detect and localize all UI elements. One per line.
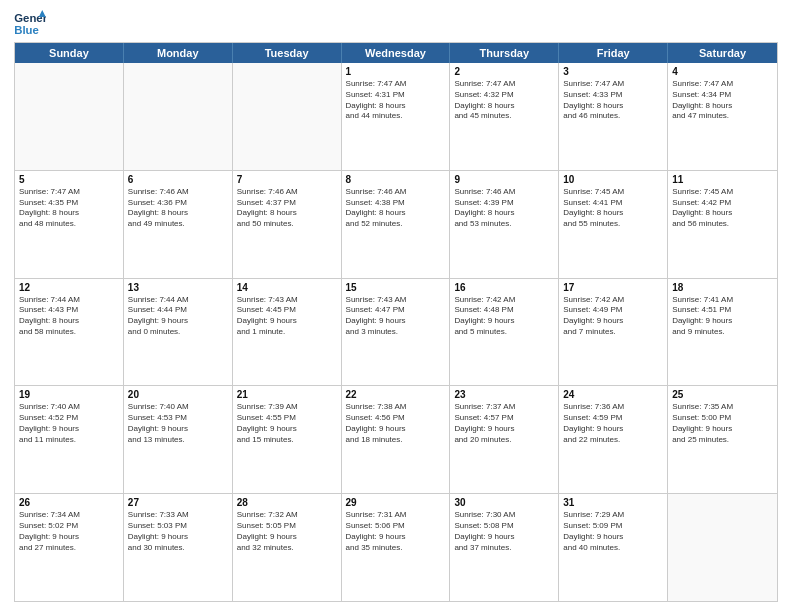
calendar-cell-4-1: 19Sunrise: 7:40 AMSunset: 4:52 PMDayligh… — [15, 386, 124, 493]
day-number: 24 — [563, 389, 663, 400]
cell-info: Sunrise: 7:46 AMSunset: 4:37 PMDaylight:… — [237, 187, 337, 230]
calendar-cell-1-7: 4Sunrise: 7:47 AMSunset: 4:34 PMDaylight… — [668, 63, 777, 170]
calendar-cell-2-1: 5Sunrise: 7:47 AMSunset: 4:35 PMDaylight… — [15, 171, 124, 278]
calendar-row-5: 26Sunrise: 7:34 AMSunset: 5:02 PMDayligh… — [15, 494, 777, 601]
day-number: 7 — [237, 174, 337, 185]
day-number: 11 — [672, 174, 773, 185]
day-number: 4 — [672, 66, 773, 77]
cell-info: Sunrise: 7:40 AMSunset: 4:52 PMDaylight:… — [19, 402, 119, 445]
header-day-sunday: Sunday — [15, 43, 124, 63]
cell-info: Sunrise: 7:45 AMSunset: 4:41 PMDaylight:… — [563, 187, 663, 230]
cell-info: Sunrise: 7:47 AMSunset: 4:31 PMDaylight:… — [346, 79, 446, 122]
cell-info: Sunrise: 7:46 AMSunset: 4:38 PMDaylight:… — [346, 187, 446, 230]
calendar-cell-5-6: 31Sunrise: 7:29 AMSunset: 5:09 PMDayligh… — [559, 494, 668, 601]
calendar-cell-1-6: 3Sunrise: 7:47 AMSunset: 4:33 PMDaylight… — [559, 63, 668, 170]
calendar-cell-1-3 — [233, 63, 342, 170]
calendar-body: 1Sunrise: 7:47 AMSunset: 4:31 PMDaylight… — [15, 63, 777, 601]
cell-info: Sunrise: 7:40 AMSunset: 4:53 PMDaylight:… — [128, 402, 228, 445]
calendar-cell-1-2 — [124, 63, 233, 170]
calendar-row-2: 5Sunrise: 7:47 AMSunset: 4:35 PMDaylight… — [15, 171, 777, 279]
day-number: 19 — [19, 389, 119, 400]
calendar-cell-5-5: 30Sunrise: 7:30 AMSunset: 5:08 PMDayligh… — [450, 494, 559, 601]
cell-info: Sunrise: 7:31 AMSunset: 5:06 PMDaylight:… — [346, 510, 446, 553]
day-number: 10 — [563, 174, 663, 185]
cell-info: Sunrise: 7:29 AMSunset: 5:09 PMDaylight:… — [563, 510, 663, 553]
header-day-thursday: Thursday — [450, 43, 559, 63]
calendar-cell-3-3: 14Sunrise: 7:43 AMSunset: 4:45 PMDayligh… — [233, 279, 342, 386]
calendar-cell-4-4: 22Sunrise: 7:38 AMSunset: 4:56 PMDayligh… — [342, 386, 451, 493]
calendar-cell-3-7: 18Sunrise: 7:41 AMSunset: 4:51 PMDayligh… — [668, 279, 777, 386]
calendar-cell-1-4: 1Sunrise: 7:47 AMSunset: 4:31 PMDaylight… — [342, 63, 451, 170]
day-number: 29 — [346, 497, 446, 508]
header: General Blue — [14, 10, 778, 38]
cell-info: Sunrise: 7:44 AMSunset: 4:43 PMDaylight:… — [19, 295, 119, 338]
calendar-cell-2-7: 11Sunrise: 7:45 AMSunset: 4:42 PMDayligh… — [668, 171, 777, 278]
day-number: 16 — [454, 282, 554, 293]
day-number: 9 — [454, 174, 554, 185]
cell-info: Sunrise: 7:43 AMSunset: 4:45 PMDaylight:… — [237, 295, 337, 338]
cell-info: Sunrise: 7:33 AMSunset: 5:03 PMDaylight:… — [128, 510, 228, 553]
day-number: 30 — [454, 497, 554, 508]
calendar-cell-3-2: 13Sunrise: 7:44 AMSunset: 4:44 PMDayligh… — [124, 279, 233, 386]
calendar-cell-4-6: 24Sunrise: 7:36 AMSunset: 4:59 PMDayligh… — [559, 386, 668, 493]
day-number: 14 — [237, 282, 337, 293]
calendar-cell-2-3: 7Sunrise: 7:46 AMSunset: 4:37 PMDaylight… — [233, 171, 342, 278]
day-number: 26 — [19, 497, 119, 508]
svg-text:Blue: Blue — [14, 24, 39, 36]
cell-info: Sunrise: 7:36 AMSunset: 4:59 PMDaylight:… — [563, 402, 663, 445]
calendar: SundayMondayTuesdayWednesdayThursdayFrid… — [14, 42, 778, 602]
cell-info: Sunrise: 7:47 AMSunset: 4:33 PMDaylight:… — [563, 79, 663, 122]
calendar-cell-3-4: 15Sunrise: 7:43 AMSunset: 4:47 PMDayligh… — [342, 279, 451, 386]
day-number: 21 — [237, 389, 337, 400]
calendar-cell-5-1: 26Sunrise: 7:34 AMSunset: 5:02 PMDayligh… — [15, 494, 124, 601]
header-day-monday: Monday — [124, 43, 233, 63]
cell-info: Sunrise: 7:37 AMSunset: 4:57 PMDaylight:… — [454, 402, 554, 445]
day-number: 15 — [346, 282, 446, 293]
cell-info: Sunrise: 7:38 AMSunset: 4:56 PMDaylight:… — [346, 402, 446, 445]
day-number: 8 — [346, 174, 446, 185]
day-number: 27 — [128, 497, 228, 508]
logo: General Blue — [14, 10, 46, 38]
day-number: 28 — [237, 497, 337, 508]
calendar-row-4: 19Sunrise: 7:40 AMSunset: 4:52 PMDayligh… — [15, 386, 777, 494]
calendar-cell-2-6: 10Sunrise: 7:45 AMSunset: 4:41 PMDayligh… — [559, 171, 668, 278]
calendar-cell-4-7: 25Sunrise: 7:35 AMSunset: 5:00 PMDayligh… — [668, 386, 777, 493]
page: General Blue SundayMondayTuesdayWednesda… — [0, 0, 792, 612]
cell-info: Sunrise: 7:46 AMSunset: 4:36 PMDaylight:… — [128, 187, 228, 230]
calendar-cell-1-1 — [15, 63, 124, 170]
cell-info: Sunrise: 7:30 AMSunset: 5:08 PMDaylight:… — [454, 510, 554, 553]
day-number: 20 — [128, 389, 228, 400]
cell-info: Sunrise: 7:42 AMSunset: 4:49 PMDaylight:… — [563, 295, 663, 338]
cell-info: Sunrise: 7:34 AMSunset: 5:02 PMDaylight:… — [19, 510, 119, 553]
cell-info: Sunrise: 7:47 AMSunset: 4:35 PMDaylight:… — [19, 187, 119, 230]
calendar-cell-4-2: 20Sunrise: 7:40 AMSunset: 4:53 PMDayligh… — [124, 386, 233, 493]
calendar-cell-5-4: 29Sunrise: 7:31 AMSunset: 5:06 PMDayligh… — [342, 494, 451, 601]
calendar-cell-4-3: 21Sunrise: 7:39 AMSunset: 4:55 PMDayligh… — [233, 386, 342, 493]
day-number: 13 — [128, 282, 228, 293]
calendar-header: SundayMondayTuesdayWednesdayThursdayFrid… — [15, 43, 777, 63]
header-day-tuesday: Tuesday — [233, 43, 342, 63]
calendar-cell-4-5: 23Sunrise: 7:37 AMSunset: 4:57 PMDayligh… — [450, 386, 559, 493]
logo-icon: General Blue — [14, 10, 46, 38]
cell-info: Sunrise: 7:41 AMSunset: 4:51 PMDaylight:… — [672, 295, 773, 338]
cell-info: Sunrise: 7:39 AMSunset: 4:55 PMDaylight:… — [237, 402, 337, 445]
calendar-row-3: 12Sunrise: 7:44 AMSunset: 4:43 PMDayligh… — [15, 279, 777, 387]
day-number: 18 — [672, 282, 773, 293]
day-number: 5 — [19, 174, 119, 185]
day-number: 31 — [563, 497, 663, 508]
calendar-cell-2-2: 6Sunrise: 7:46 AMSunset: 4:36 PMDaylight… — [124, 171, 233, 278]
calendar-cell-3-1: 12Sunrise: 7:44 AMSunset: 4:43 PMDayligh… — [15, 279, 124, 386]
cell-info: Sunrise: 7:46 AMSunset: 4:39 PMDaylight:… — [454, 187, 554, 230]
header-day-wednesday: Wednesday — [342, 43, 451, 63]
day-number: 25 — [672, 389, 773, 400]
day-number: 1 — [346, 66, 446, 77]
day-number: 2 — [454, 66, 554, 77]
day-number: 3 — [563, 66, 663, 77]
calendar-cell-1-5: 2Sunrise: 7:47 AMSunset: 4:32 PMDaylight… — [450, 63, 559, 170]
calendar-cell-2-5: 9Sunrise: 7:46 AMSunset: 4:39 PMDaylight… — [450, 171, 559, 278]
cell-info: Sunrise: 7:35 AMSunset: 5:00 PMDaylight:… — [672, 402, 773, 445]
day-number: 6 — [128, 174, 228, 185]
day-number: 12 — [19, 282, 119, 293]
cell-info: Sunrise: 7:45 AMSunset: 4:42 PMDaylight:… — [672, 187, 773, 230]
calendar-cell-3-6: 17Sunrise: 7:42 AMSunset: 4:49 PMDayligh… — [559, 279, 668, 386]
